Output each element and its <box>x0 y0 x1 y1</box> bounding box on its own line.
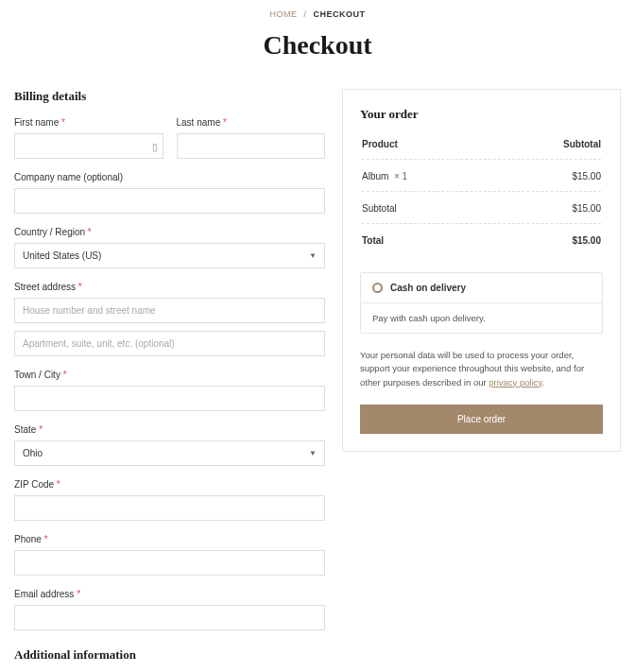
order-summary: Your order Product Subtotal Album × 1 $1… <box>342 89 621 452</box>
breadcrumb: HOME / CHECKOUT <box>14 9 621 19</box>
total-value: $15.00 <box>493 226 601 255</box>
first-name-input[interactable] <box>14 133 163 159</box>
chevron-down-icon: ▼ <box>309 251 317 260</box>
zip-input[interactable] <box>14 495 325 521</box>
item-name: Album <box>362 171 388 181</box>
radio-icon <box>372 283 383 293</box>
email-label: Email address * <box>14 589 325 599</box>
payment-method-option[interactable]: Cash on delivery <box>360 272 603 303</box>
breadcrumb-current: CHECKOUT <box>314 9 366 19</box>
state-label: State * <box>14 424 325 435</box>
phone-label: Phone * <box>14 534 325 544</box>
company-input[interactable] <box>14 188 325 214</box>
order-line-item: Album × 1 $15.00 <box>362 162 601 192</box>
country-label: Country / Region * <box>14 227 325 237</box>
country-select[interactable]: United States (US) ▼ <box>14 243 325 268</box>
breadcrumb-separator: / <box>303 9 306 19</box>
billing-heading: Billing details <box>14 89 325 104</box>
col-product: Product <box>362 139 491 160</box>
place-order-button[interactable]: Place order <box>360 405 603 434</box>
payment-method-label: Cash on delivery <box>390 283 466 293</box>
order-heading: Your order <box>360 107 603 122</box>
page-title: Checkout <box>14 30 621 60</box>
payment-method-desc: Pay with cash upon delivery. <box>360 303 603 334</box>
last-name-input[interactable] <box>177 133 326 159</box>
state-value: Ohio <box>23 448 43 458</box>
subtotal-value: $15.00 <box>493 194 601 224</box>
country-value: United States (US) <box>23 250 101 261</box>
col-subtotal: Subtotal <box>493 139 601 160</box>
city-input[interactable] <box>14 386 325 411</box>
breadcrumb-home[interactable]: HOME <box>269 9 297 19</box>
company-label: Company name (optional) <box>14 172 325 182</box>
privacy-policy-link[interactable]: privacy policy <box>489 377 541 388</box>
street-address-2-input[interactable] <box>14 331 325 356</box>
additional-heading: Additional information <box>14 647 325 663</box>
first-name-label: First name * <box>14 117 163 128</box>
last-name-label: Last name * <box>177 117 326 128</box>
city-label: Town / City * <box>14 370 325 380</box>
state-select[interactable]: Ohio ▼ <box>14 440 325 466</box>
subtotal-label: Subtotal <box>362 194 491 224</box>
phone-input[interactable] <box>14 550 325 576</box>
total-label: Total <box>362 226 491 255</box>
email-input[interactable] <box>14 605 325 630</box>
zip-label: ZIP Code * <box>14 479 325 490</box>
street-address-1-input[interactable] <box>14 298 325 323</box>
item-price: $15.00 <box>493 162 601 192</box>
item-qty: × 1 <box>394 171 407 181</box>
chevron-down-icon: ▼ <box>309 449 317 457</box>
contact-card-icon: ▯ <box>152 141 158 151</box>
street-label: Street address * <box>14 282 325 292</box>
privacy-text: Your personal data will be used to proce… <box>360 349 603 389</box>
